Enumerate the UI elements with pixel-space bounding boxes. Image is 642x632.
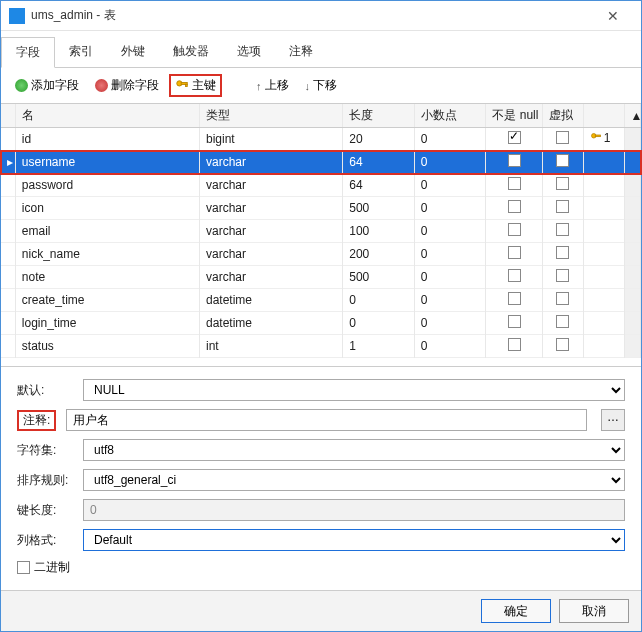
virtual-checkbox[interactable] [556, 131, 569, 144]
col-name[interactable]: 名 [15, 104, 199, 128]
field-grid: 名 类型 长度 小数点 不是 null 虚拟 ▲ idbigint2001▸us… [1, 103, 641, 358]
col-length[interactable]: 长度 [343, 104, 415, 128]
tab-fk[interactable]: 外键 [107, 37, 159, 67]
notnull-checkbox[interactable] [508, 223, 521, 236]
move-down-button[interactable]: ↓ 下移 [299, 74, 344, 97]
table-row[interactable]: idbigint2001 [1, 128, 641, 151]
cell-name: password [15, 174, 199, 197]
charset-label: 字符集: [17, 442, 73, 459]
cell-decimal: 0 [414, 197, 486, 220]
cell-type: datetime [199, 312, 342, 335]
move-down-label: 下移 [313, 77, 337, 94]
charset-select[interactable]: utf8 [83, 439, 625, 461]
comment-input[interactable] [66, 409, 587, 431]
table-row[interactable]: ▸usernamevarchar640 [1, 151, 641, 174]
binary-label: 二进制 [34, 559, 70, 576]
tab-fields[interactable]: 字段 [1, 37, 55, 68]
virtual-checkbox[interactable] [556, 246, 569, 259]
cell-decimal: 0 [414, 174, 486, 197]
virtual-checkbox[interactable] [556, 200, 569, 213]
cell-decimal: 0 [414, 128, 486, 151]
app-icon [9, 8, 25, 24]
cancel-button[interactable]: 取消 [559, 599, 629, 623]
virtual-checkbox[interactable] [556, 269, 569, 282]
cell-type: varchar [199, 197, 342, 220]
cell-decimal: 0 [414, 335, 486, 358]
binary-checkbox-wrap[interactable]: 二进制 [17, 559, 70, 576]
virtual-checkbox[interactable] [556, 154, 569, 167]
table-row[interactable]: login_timedatetime00 [1, 312, 641, 335]
col-type[interactable]: 类型 [199, 104, 342, 128]
move-up-button[interactable]: ↑ 上移 [250, 74, 295, 97]
table-row[interactable]: emailvarchar1000 [1, 220, 641, 243]
toolbar: 添加字段 删除字段 主键 ↑ 上移 ↓ 下移 [1, 68, 641, 103]
default-label: 默认: [17, 382, 73, 399]
virtual-checkbox[interactable] [556, 223, 569, 236]
cell-name: create_time [15, 289, 199, 312]
scroll-up[interactable]: ▲ [624, 104, 640, 128]
svg-rect-4 [595, 135, 600, 137]
cell-type: bigint [199, 128, 342, 151]
ok-button[interactable]: 确定 [481, 599, 551, 623]
plus-icon [15, 79, 28, 92]
col-virtual[interactable]: 虚拟 [542, 104, 583, 128]
close-icon[interactable]: ✕ [593, 8, 633, 24]
table-row[interactable]: nick_namevarchar2000 [1, 243, 641, 266]
svg-rect-2 [186, 84, 188, 86]
tab-comment[interactable]: 注释 [275, 37, 327, 67]
cell-type: varchar [199, 151, 342, 174]
table-row[interactable]: notevarchar5000 [1, 266, 641, 289]
move-up-label: 上移 [265, 77, 289, 94]
cell-length: 100 [343, 220, 415, 243]
table-row[interactable]: statusint10 [1, 335, 641, 358]
cell-length: 0 [343, 312, 415, 335]
col-decimal[interactable]: 小数点 [414, 104, 486, 128]
notnull-checkbox[interactable] [508, 292, 521, 305]
collation-select[interactable]: utf8_general_ci [83, 469, 625, 491]
titlebar: ums_admin - 表 ✕ [1, 1, 641, 31]
tab-trigger[interactable]: 触发器 [159, 37, 223, 67]
primary-key-button[interactable]: 主键 [169, 74, 222, 97]
notnull-checkbox[interactable] [508, 177, 521, 190]
virtual-checkbox[interactable] [556, 177, 569, 190]
arrow-down-icon: ↓ [305, 80, 311, 92]
cell-type: varchar [199, 266, 342, 289]
delete-field-button[interactable]: 删除字段 [89, 74, 165, 97]
footer: 确定 取消 [1, 590, 641, 631]
comment-label: 注释: [17, 410, 56, 431]
cell-name: note [15, 266, 199, 289]
notnull-checkbox[interactable] [508, 154, 521, 167]
add-field-button[interactable]: 添加字段 [9, 74, 85, 97]
cell-name: username [15, 151, 199, 174]
default-select[interactable]: NULL [83, 379, 625, 401]
cell-length: 500 [343, 266, 415, 289]
notnull-checkbox[interactable] [508, 131, 521, 144]
colformat-label: 列格式: [17, 532, 73, 549]
virtual-checkbox[interactable] [556, 338, 569, 351]
cell-length: 1 [343, 335, 415, 358]
field-details: 默认: NULL 注释: … 字符集: utf8 排序规则: utf8_gene… [1, 366, 641, 590]
window-title: ums_admin - 表 [31, 7, 593, 24]
notnull-checkbox[interactable] [508, 338, 521, 351]
col-notnull[interactable]: 不是 null [486, 104, 542, 128]
virtual-checkbox[interactable] [556, 315, 569, 328]
table-row[interactable]: create_timedatetime00 [1, 289, 641, 312]
cell-decimal: 0 [414, 220, 486, 243]
table-row[interactable]: iconvarchar5000 [1, 197, 641, 220]
comment-more-button[interactable]: … [601, 409, 625, 431]
binary-checkbox[interactable] [17, 561, 30, 574]
cell-type: varchar [199, 174, 342, 197]
virtual-checkbox[interactable] [556, 292, 569, 305]
table-row[interactable]: passwordvarchar640 [1, 174, 641, 197]
notnull-checkbox[interactable] [508, 246, 521, 259]
cell-type: int [199, 335, 342, 358]
colformat-select[interactable]: Default [83, 529, 625, 551]
notnull-checkbox[interactable] [508, 315, 521, 328]
keylen-input [83, 499, 625, 521]
notnull-checkbox[interactable] [508, 269, 521, 282]
tab-options[interactable]: 选项 [223, 37, 275, 67]
tab-index[interactable]: 索引 [55, 37, 107, 67]
cell-decimal: 0 [414, 289, 486, 312]
notnull-checkbox[interactable] [508, 200, 521, 213]
cell-name: nick_name [15, 243, 199, 266]
